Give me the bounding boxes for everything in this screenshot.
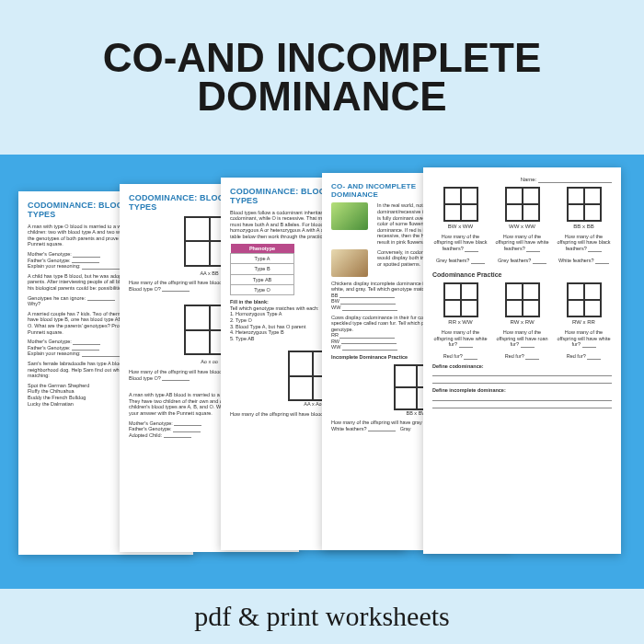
punnett-square [443,282,478,317]
punnett-square [443,187,478,222]
product-subtitle: pdf & print worksheets [194,601,449,632]
punnett-square [505,187,540,222]
chicken-image [331,249,368,277]
worksheet-page-5: Name: BW x WW WW x WW BB x BB How many o… [423,167,621,554]
product-canvas: CO-AND INCOMPLETE DOMINANCE CODOMINANCE:… [0,0,644,644]
punnett-square [505,282,540,317]
punnett-square [567,187,602,222]
flower-image [331,202,368,230]
subtitle-band: pdf & print worksheets [0,589,644,644]
product-title: CO-AND INCOMPLETE DOMINANCE [103,39,542,116]
page-heading: CODOMINANCE: BLOOD TYPES [129,193,235,213]
title-line-2: DOMINANCE [197,74,446,119]
punnett-row-1: BW x WW WW x WW BB x BB [432,187,612,230]
phenotype-table: Phenotype Type A Type B Type AB Type O [230,244,294,296]
punnett-square [567,282,602,317]
page-heading: CODOMINANCE: BLOOD TYPES [28,201,131,220]
title-band: CO-AND INCOMPLETE DOMINANCE [0,0,644,155]
name-field: Name: [521,177,612,183]
punnett-row-2: RR x WW RW x RW RW x RR [432,282,612,326]
